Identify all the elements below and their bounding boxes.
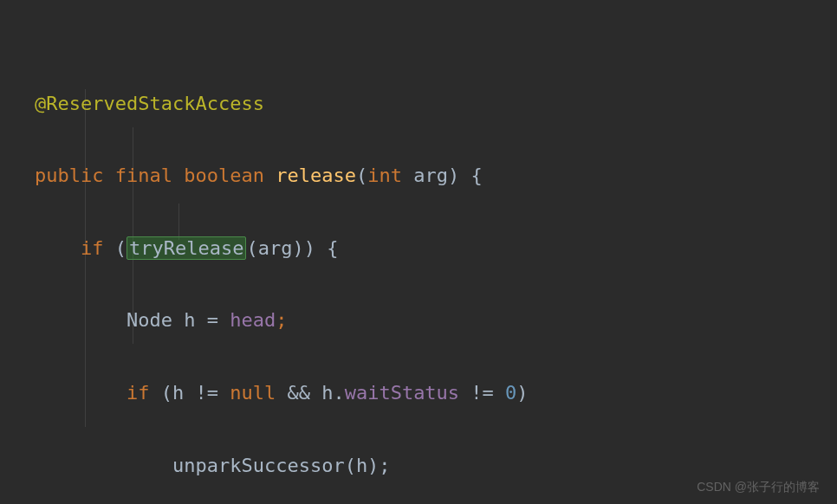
paren-close: ): [448, 165, 459, 186]
keyword-boolean: boolean: [184, 165, 264, 186]
keyword-if: if: [81, 237, 104, 259]
code-line: public final boolean release(int arg) {: [35, 158, 802, 194]
paren: (: [103, 237, 127, 259]
number-zero: 0: [505, 382, 516, 404]
code-line: Node h = head;: [35, 302, 802, 339]
keyword-null: null: [230, 382, 276, 404]
param-name: arg: [413, 165, 448, 186]
assign-op: =: [195, 309, 230, 331]
code-line: @ReservedStackAccess: [35, 86, 802, 122]
keyword-int: int: [367, 165, 402, 186]
keyword-public: public: [35, 165, 103, 186]
cond-open: (h !=: [149, 382, 230, 404]
paren-open: (: [356, 165, 367, 186]
unpark-call: unparkSuccessor(h);: [172, 455, 391, 476]
type-node: Node: [127, 309, 172, 331]
cond-neq: !=: [459, 382, 505, 404]
watermark-text: CSDN @张子行的博客: [697, 475, 820, 499]
keyword-if: if: [127, 382, 150, 404]
code-block: @ReservedStackAccess public final boolea…: [35, 13, 802, 504]
var-h: h: [184, 309, 195, 331]
semicolon: ;: [276, 309, 287, 331]
code-line: if (h != null && h.waitStatus != 0): [35, 375, 802, 411]
field-waitstatus: waitStatus: [345, 382, 459, 404]
brace: {: [459, 165, 483, 186]
field-head: head: [230, 309, 276, 331]
code-line: if (tryRelease(arg)) {: [35, 230, 802, 267]
method-name: release: [276, 165, 356, 186]
highlighted-call: tryRelease: [127, 236, 246, 260]
cond-and: && h.: [276, 382, 344, 404]
keyword-final: final: [115, 165, 172, 186]
code-line: unparkSuccessor(h);: [35, 448, 802, 484]
cond-close: ): [516, 382, 528, 404]
annotation: @ReservedStackAccess: [35, 93, 264, 114]
call-args: (arg)) {: [246, 237, 338, 259]
